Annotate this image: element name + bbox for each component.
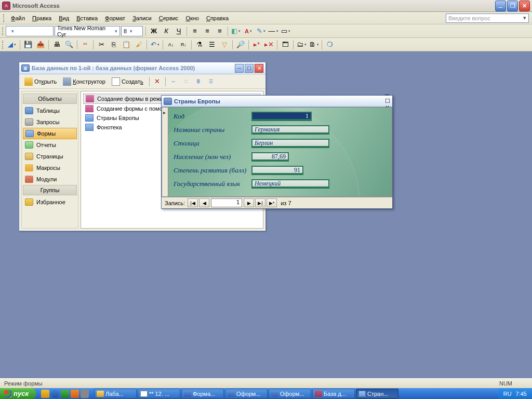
specialeffect-button[interactable]: ▭ [280,25,291,37]
recnav-prev-button[interactable]: ◀ [199,198,209,207]
fontcolor-button[interactable]: A [243,25,254,37]
align-left-button[interactable]: ≡ [189,25,201,37]
font-combo[interactable]: Times New Roman Cyr [55,26,120,36]
undo-button[interactable]: ↶ [149,39,161,50]
recnav-new-button[interactable]: ▶* [267,198,277,207]
copy-button[interactable]: ⎘ [108,39,119,50]
save-button[interactable]: 💾 [22,39,34,50]
bold-button[interactable]: Ж [148,25,159,37]
menu-tools[interactable]: Сервис [155,14,182,23]
sidebar-item-tables[interactable]: Таблицы [22,105,78,116]
field-value-dev[interactable]: 91 [251,166,303,175]
sort-asc-button[interactable]: A↓ [165,39,177,50]
formatpainter-button[interactable]: 🖌 [133,39,144,50]
menu-file[interactable]: Файл [7,14,29,23]
sort-desc-button[interactable]: Я↓ [178,39,189,50]
sidebar-item-macros[interactable]: Макросы [22,162,78,174]
delrec-button[interactable]: ▸✕ [263,39,275,50]
ql-icon[interactable] [81,390,89,398]
minimize-button[interactable] [495,1,506,11]
db-open-button[interactable]: Открыть [22,76,59,87]
officelinks-button[interactable]: 🗎 [308,39,320,50]
taskbar-task[interactable]: База д... [312,389,355,398]
recnav-current-input[interactable]: 1 [211,198,242,207]
menu-records[interactable]: Записи [129,14,155,23]
field-value-kod[interactable]: 1 [251,112,312,121]
view-details-icon[interactable]: ☰ [205,76,217,87]
preview-button[interactable]: 🔍 [63,39,75,50]
menu-insert[interactable]: Вставка [73,14,101,23]
paste-button[interactable]: 📋 [121,39,132,50]
menu-window[interactable]: Окно [182,14,203,23]
close-button[interactable] [519,1,530,11]
start-button[interactable]: пуск [0,388,36,399]
find-button[interactable]: 🔎 [235,39,246,50]
print-button[interactable]: 🖶 [51,39,62,50]
dbwindow-button[interactable]: 🗔 [280,39,291,50]
ql-icon[interactable] [71,390,79,398]
lang-indicator[interactable]: RU [503,391,512,397]
sidebar-item-forms[interactable]: Формы [23,128,77,139]
db-maximize-button[interactable]: ☐ [245,64,254,73]
db-delete-button[interactable]: ✕ [152,76,163,87]
linecolor-button[interactable]: ✎ [255,25,267,37]
field-value-capital[interactable]: Берлин [251,139,329,148]
menu-edit[interactable]: Правка [29,14,55,23]
menu-format[interactable]: Формат [101,14,129,23]
newobject-button[interactable]: 🗂 [296,39,307,50]
view-large-icon[interactable]: ▫▫ [168,76,179,87]
sidebar-item-favorites[interactable]: Избранное [22,196,78,208]
restore-button[interactable] [507,1,518,11]
ql-icon[interactable] [41,390,49,398]
wizard-icon [85,105,94,112]
lineweight-button[interactable]: — [268,25,279,37]
view-list-icon[interactable]: ≣ [193,76,204,87]
taskbar-task[interactable]: Оформ... [225,389,268,398]
form-maximize-button[interactable]: ☐ [385,98,390,104]
help-button[interactable]: ❍ [324,39,336,50]
filter-toggle-button[interactable]: ▽ [219,39,230,50]
taskbar-task[interactable]: ** 12. ... [138,389,180,398]
view-button[interactable]: ◢ [6,39,18,50]
db-close-button[interactable]: ✕ [255,64,263,73]
field-value-population[interactable]: 87,69 [251,152,289,162]
fontsize-combo[interactable]: 8 [121,26,143,36]
export-button[interactable]: 📤 [35,39,46,50]
field-value-lang[interactable]: Немецкий [251,179,329,189]
align-right-button[interactable]: ≡ [214,25,225,37]
record-selector[interactable] [162,108,168,196]
align-center-button[interactable]: ≡ [202,25,213,37]
recnav-next-button[interactable]: ▶ [244,198,254,207]
recnav-first-button[interactable]: |◀ [188,198,198,207]
sidebar-item-queries[interactable]: Запросы [22,116,78,128]
db-design-button[interactable]: Конструктор [61,76,108,87]
sidebar-item-modules[interactable]: Модули [22,174,78,185]
object-combo[interactable] [6,26,54,36]
sidebar-item-pages[interactable]: Страницы [22,151,78,162]
taskbar-task[interactable]: Оформ... [269,389,311,398]
underline-button[interactable]: Ч [173,25,184,37]
db-create-button[interactable]: Создать [110,76,145,87]
view-small-icon[interactable]: ∷ [180,76,192,87]
italic-button[interactable]: К [161,25,172,37]
taskbar-task[interactable]: Форма... [181,389,224,398]
recnav-last-button[interactable]: ▶| [255,198,265,207]
fillcolor-button[interactable]: ◧ [230,25,242,37]
menu-help[interactable]: Справка [203,14,232,23]
ql-icon[interactable] [51,390,59,398]
filter-form-button[interactable]: ☰ [206,39,218,50]
filter-selection-button[interactable]: ⚗ [194,39,205,50]
newrec-button[interactable]: ▸* [251,39,262,50]
taskbar-task[interactable]: Стран... [356,389,398,398]
taskbar-task[interactable]: Лаба... [94,389,137,398]
db-minimize-button[interactable]: ─ [235,64,244,73]
ql-icon[interactable] [61,390,69,398]
cut-button[interactable]: ✂ [96,39,107,50]
spellcheck-button[interactable]: ᴬᴮ [79,39,91,50]
sidebar-item-reports[interactable]: Отчеты [22,139,78,151]
field-value-name[interactable]: Германия [251,125,329,135]
menu-view[interactable]: Вид [55,14,73,23]
form-minimize-button[interactable]: ─ [385,91,390,98]
help-question-input[interactable]: Введите вопрос [446,14,529,23]
clock[interactable]: 7:45 [516,391,527,397]
